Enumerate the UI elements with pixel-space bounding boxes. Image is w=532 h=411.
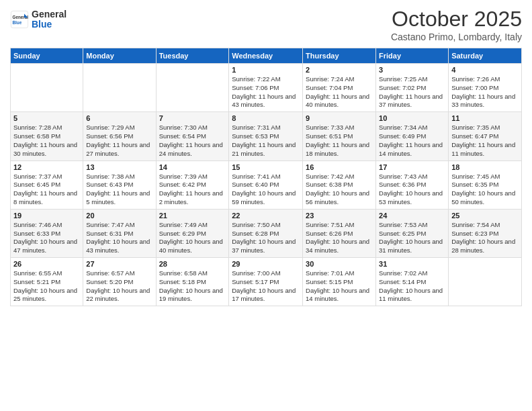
day-info: Sunrise: 7:24 AMSunset: 7:04 PMDaylight:… <box>306 75 373 109</box>
day-info: Sunrise: 7:28 AMSunset: 6:58 PMDaylight:… <box>13 124 80 158</box>
week-row-1: 1Sunrise: 7:22 AMSunset: 7:06 PMDaylight… <box>11 64 522 112</box>
month-title: October 2025 <box>391 7 522 32</box>
logo-general-text: General <box>32 9 66 19</box>
col-friday: Friday <box>376 48 449 64</box>
col-monday: Monday <box>83 48 156 64</box>
cell-week1-day0 <box>11 64 83 112</box>
day-number: 30 <box>306 260 373 268</box>
day-info: Sunrise: 7:26 AMSunset: 7:00 PMDaylight:… <box>451 75 519 109</box>
day-number: 6 <box>86 114 152 122</box>
cell-week2-day5: 10Sunrise: 7:34 AMSunset: 6:49 PMDayligh… <box>376 112 449 161</box>
week-row-5: 26Sunrise: 6:55 AMSunset: 5:21 PMDayligh… <box>11 258 522 306</box>
svg-rect-0 <box>11 11 28 28</box>
page-container: General Blue General Blue October 2025 C… <box>0 0 532 310</box>
day-info: Sunrise: 7:42 AMSunset: 6:38 PMDaylight:… <box>306 173 373 207</box>
day-number: 26 <box>13 260 80 268</box>
day-number: 1 <box>232 66 300 74</box>
cell-week2-day0: 5Sunrise: 7:28 AMSunset: 6:58 PMDaylight… <box>11 112 83 161</box>
day-number: 13 <box>86 163 152 171</box>
logo-icon: General Blue <box>10 10 29 29</box>
day-number: 31 <box>379 260 445 268</box>
day-info: Sunrise: 7:45 AMSunset: 6:35 PMDaylight:… <box>451 173 519 207</box>
cell-week4-day3: 22Sunrise: 7:50 AMSunset: 6:28 PMDayligh… <box>229 209 303 257</box>
day-info: Sunrise: 7:02 AMSunset: 5:14 PMDaylight:… <box>379 269 445 304</box>
logo: General Blue General Blue <box>10 9 66 30</box>
day-number: 20 <box>86 212 152 220</box>
day-info: Sunrise: 7:01 AMSunset: 5:15 PMDaylight:… <box>306 269 373 304</box>
cell-week2-day1: 6Sunrise: 7:29 AMSunset: 6:56 PMDaylight… <box>83 112 156 161</box>
cell-week3-day4: 16Sunrise: 7:42 AMSunset: 6:38 PMDayligh… <box>303 161 376 209</box>
title-section: October 2025 Castano Primo, Lombardy, It… <box>391 7 522 42</box>
day-number: 10 <box>379 114 445 122</box>
calendar-body: 1Sunrise: 7:22 AMSunset: 7:06 PMDaylight… <box>11 64 522 306</box>
col-saturday: Saturday <box>449 48 522 64</box>
cell-week4-day6: 25Sunrise: 7:54 AMSunset: 6:23 PMDayligh… <box>449 209 522 257</box>
col-tuesday: Tuesday <box>156 48 229 64</box>
day-info: Sunrise: 7:34 AMSunset: 6:49 PMDaylight:… <box>379 124 445 158</box>
cell-week1-day1 <box>83 64 156 112</box>
cell-week3-day1: 13Sunrise: 7:38 AMSunset: 6:43 PMDayligh… <box>83 161 156 209</box>
day-info: Sunrise: 7:33 AMSunset: 6:51 PMDaylight:… <box>306 124 373 158</box>
day-info: Sunrise: 7:00 AMSunset: 5:17 PMDaylight:… <box>232 269 300 304</box>
day-info: Sunrise: 7:25 AMSunset: 7:02 PMDaylight:… <box>379 75 445 109</box>
cell-week5-day3: 29Sunrise: 7:00 AMSunset: 5:17 PMDayligh… <box>229 258 303 306</box>
col-wednesday: Wednesday <box>229 48 303 64</box>
week-row-4: 19Sunrise: 7:46 AMSunset: 6:33 PMDayligh… <box>11 209 522 257</box>
day-number: 2 <box>306 66 373 74</box>
day-info: Sunrise: 7:50 AMSunset: 6:28 PMDaylight:… <box>232 221 300 255</box>
day-number: 9 <box>306 114 373 122</box>
cell-week5-day1: 27Sunrise: 6:57 AMSunset: 5:20 PMDayligh… <box>83 258 156 306</box>
cell-week4-day1: 20Sunrise: 7:47 AMSunset: 6:31 PMDayligh… <box>83 209 156 257</box>
day-number: 24 <box>379 212 445 220</box>
day-number: 28 <box>159 260 226 268</box>
day-info: Sunrise: 7:54 AMSunset: 6:23 PMDaylight:… <box>451 221 519 255</box>
cell-week1-day3: 1Sunrise: 7:22 AMSunset: 7:06 PMDaylight… <box>229 64 303 112</box>
day-info: Sunrise: 7:49 AMSunset: 6:29 PMDaylight:… <box>159 221 226 255</box>
day-info: Sunrise: 7:47 AMSunset: 6:31 PMDaylight:… <box>86 221 152 255</box>
cell-week3-day6: 18Sunrise: 7:45 AMSunset: 6:35 PMDayligh… <box>449 161 522 209</box>
day-number: 25 <box>451 212 519 220</box>
cell-week3-day2: 14Sunrise: 7:39 AMSunset: 6:42 PMDayligh… <box>156 161 229 209</box>
cell-week4-day0: 19Sunrise: 7:46 AMSunset: 6:33 PMDayligh… <box>11 209 83 257</box>
day-info: Sunrise: 6:55 AMSunset: 5:21 PMDaylight:… <box>13 269 80 304</box>
logo-blue-text: Blue <box>32 19 66 30</box>
day-number: 11 <box>451 114 519 122</box>
cell-week2-day3: 8Sunrise: 7:31 AMSunset: 6:53 PMDaylight… <box>229 112 303 161</box>
cell-week1-day5: 3Sunrise: 7:25 AMSunset: 7:02 PMDaylight… <box>376 64 449 112</box>
week-row-2: 5Sunrise: 7:28 AMSunset: 6:58 PMDaylight… <box>11 112 522 161</box>
day-info: Sunrise: 7:51 AMSunset: 6:26 PMDaylight:… <box>306 221 373 255</box>
week-row-3: 12Sunrise: 7:37 AMSunset: 6:45 PMDayligh… <box>11 161 522 209</box>
day-number: 21 <box>159 212 226 220</box>
cell-week2-day6: 11Sunrise: 7:35 AMSunset: 6:47 PMDayligh… <box>449 112 522 161</box>
col-thursday: Thursday <box>303 48 376 64</box>
day-number: 29 <box>232 260 300 268</box>
day-info: Sunrise: 6:57 AMSunset: 5:20 PMDaylight:… <box>86 269 152 304</box>
location-subtitle: Castano Primo, Lombardy, Italy <box>391 32 522 42</box>
col-sunday: Sunday <box>11 48 83 64</box>
day-info: Sunrise: 7:30 AMSunset: 6:54 PMDaylight:… <box>159 124 226 158</box>
day-number: 19 <box>13 212 80 220</box>
cell-week1-day6: 4Sunrise: 7:26 AMSunset: 7:00 PMDaylight… <box>449 64 522 112</box>
cell-week1-day2 <box>156 64 229 112</box>
cell-week5-day4: 30Sunrise: 7:01 AMSunset: 5:15 PMDayligh… <box>303 258 376 306</box>
cell-week2-day2: 7Sunrise: 7:30 AMSunset: 6:54 PMDaylight… <box>156 112 229 161</box>
day-info: Sunrise: 7:31 AMSunset: 6:53 PMDaylight:… <box>232 124 300 158</box>
cell-week5-day2: 28Sunrise: 6:58 AMSunset: 5:18 PMDayligh… <box>156 258 229 306</box>
cell-week4-day5: 24Sunrise: 7:53 AMSunset: 6:25 PMDayligh… <box>376 209 449 257</box>
cell-week3-day5: 17Sunrise: 7:43 AMSunset: 6:36 PMDayligh… <box>376 161 449 209</box>
day-number: 12 <box>13 163 80 171</box>
cell-week5-day5: 31Sunrise: 7:02 AMSunset: 5:14 PMDayligh… <box>376 258 449 306</box>
svg-text:Blue: Blue <box>13 20 22 25</box>
day-number: 23 <box>306 212 373 220</box>
day-info: Sunrise: 7:38 AMSunset: 6:43 PMDaylight:… <box>86 173 152 207</box>
cell-week5-day0: 26Sunrise: 6:55 AMSunset: 5:21 PMDayligh… <box>11 258 83 306</box>
day-number: 18 <box>451 163 519 171</box>
day-info: Sunrise: 7:39 AMSunset: 6:42 PMDaylight:… <box>159 173 226 207</box>
day-number: 22 <box>232 212 300 220</box>
day-info: Sunrise: 7:53 AMSunset: 6:25 PMDaylight:… <box>379 221 445 255</box>
cell-week3-day3: 15Sunrise: 7:41 AMSunset: 6:40 PMDayligh… <box>229 161 303 209</box>
day-info: Sunrise: 7:46 AMSunset: 6:33 PMDaylight:… <box>13 221 80 255</box>
day-info: Sunrise: 7:41 AMSunset: 6:40 PMDaylight:… <box>232 173 300 207</box>
day-number: 3 <box>379 66 445 74</box>
logo-text: General Blue <box>32 9 66 30</box>
